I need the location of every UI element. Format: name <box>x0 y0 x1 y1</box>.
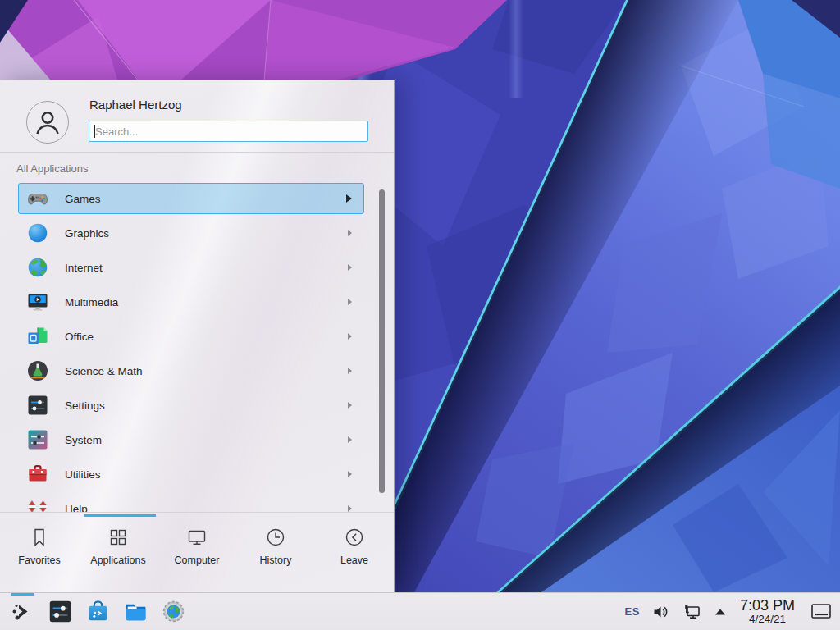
web-browser-icon <box>161 599 186 624</box>
leave-icon <box>344 527 365 548</box>
application-launcher-panel: Raphael Hertzog All Applications <box>0 80 395 592</box>
clock-icon <box>265 527 286 548</box>
application-category-list: Games Graphics <box>0 183 394 513</box>
tab-favorites[interactable]: Favorites <box>0 527 79 592</box>
menu-item-graphics[interactable]: Graphics <box>18 217 364 249</box>
system-icon <box>26 428 49 451</box>
text-caret <box>94 125 95 138</box>
user-avatar <box>26 101 69 144</box>
menu-item-label: Settings <box>65 399 105 412</box>
menu-item-label: Multimedia <box>65 296 118 308</box>
grid-icon <box>107 527 129 548</box>
tab-history[interactable]: History <box>236 527 315 592</box>
tab-applications[interactable]: Applications <box>79 527 158 592</box>
active-tab-indicator <box>84 514 156 517</box>
submenu-arrow-icon <box>348 230 352 236</box>
application-launcher-button[interactable] <box>3 593 41 630</box>
internet-icon <box>26 256 49 279</box>
system-tray: ES 7:03 PM 4/24/21 <box>625 598 837 625</box>
science-math-icon <box>26 359 49 382</box>
graphics-icon <box>26 221 49 244</box>
keyboard-layout-indicator[interactable]: ES <box>625 605 640 618</box>
menu-item-label: Science & Math <box>65 365 143 377</box>
discover-button[interactable] <box>79 593 116 630</box>
volume-icon[interactable] <box>652 604 670 620</box>
menu-item-games[interactable]: Games <box>18 183 364 214</box>
tab-computer[interactable]: Computer <box>158 527 236 592</box>
submenu-arrow-icon <box>348 368 352 374</box>
taskbar-panel: ES 7:03 PM 4/24/21 <box>0 592 840 630</box>
menu-item-help[interactable]: Help <box>18 493 364 513</box>
menu-item-system[interactable]: System <box>18 424 364 455</box>
show-desktop-icon <box>810 603 832 620</box>
clock-date: 4/24/21 <box>740 614 795 625</box>
bookmark-icon <box>29 527 50 548</box>
submenu-arrow-icon <box>348 264 352 271</box>
settings-icon <box>26 394 49 417</box>
launcher-footer-tabs: Favorites Applications <box>0 512 394 592</box>
desktop: Raphael Hertzog All Applications <box>0 0 840 630</box>
menu-item-multimedia[interactable]: Multimedia <box>18 286 364 317</box>
clock-time: 7:03 PM <box>740 598 795 614</box>
menu-item-science-math[interactable]: Science & Math <box>18 355 364 386</box>
games-icon <box>26 187 49 210</box>
launcher-active-indicator <box>11 593 34 596</box>
submenu-arrow-icon <box>348 505 352 512</box>
user-avatar-icon <box>34 108 62 136</box>
section-label: All Applications <box>16 162 88 175</box>
utilities-icon <box>26 463 49 486</box>
multimedia-icon <box>26 290 49 313</box>
menu-item-office[interactable]: Office <box>18 321 364 352</box>
submenu-arrow-icon <box>348 436 352 443</box>
menu-item-utilities[interactable]: Utilities <box>18 459 364 490</box>
submenu-arrow-icon <box>348 299 352 305</box>
system-settings-icon <box>48 599 73 624</box>
menu-item-label: Graphics <box>65 227 109 240</box>
user-name: Raphael Hertzog <box>89 98 182 112</box>
menu-item-label: Games <box>65 193 101 205</box>
file-manager-button[interactable] <box>116 593 154 630</box>
menu-item-label: Internet <box>65 262 103 274</box>
launcher-header: Raphael Hertzog <box>0 80 394 153</box>
application-launcher-icon <box>10 600 34 624</box>
network-icon[interactable] <box>682 603 702 621</box>
discover-icon <box>85 599 111 624</box>
system-settings-button[interactable] <box>41 593 79 630</box>
menu-item-label: Office <box>65 331 94 343</box>
submenu-arrow-icon <box>348 333 352 340</box>
expand-tray-icon[interactable] <box>714 608 726 616</box>
show-desktop-button[interactable] <box>809 600 833 624</box>
submenu-arrow-icon <box>346 194 352 203</box>
scrollbar[interactable] <box>379 189 385 493</box>
digital-clock[interactable]: 7:03 PM 4/24/21 <box>738 598 797 625</box>
tab-leave[interactable]: Leave <box>315 527 394 592</box>
file-manager-icon <box>123 599 148 624</box>
web-browser-button[interactable] <box>154 593 192 630</box>
computer-icon <box>186 527 208 548</box>
menu-item-label: System <box>65 434 102 446</box>
search-input[interactable] <box>89 121 368 142</box>
menu-item-internet[interactable]: Internet <box>18 252 364 283</box>
submenu-arrow-icon <box>348 471 352 477</box>
help-icon <box>26 497 49 513</box>
office-icon <box>26 325 49 348</box>
menu-item-label: Utilities <box>65 468 101 481</box>
submenu-arrow-icon <box>348 402 352 409</box>
menu-item-settings[interactable]: Settings <box>18 390 364 421</box>
